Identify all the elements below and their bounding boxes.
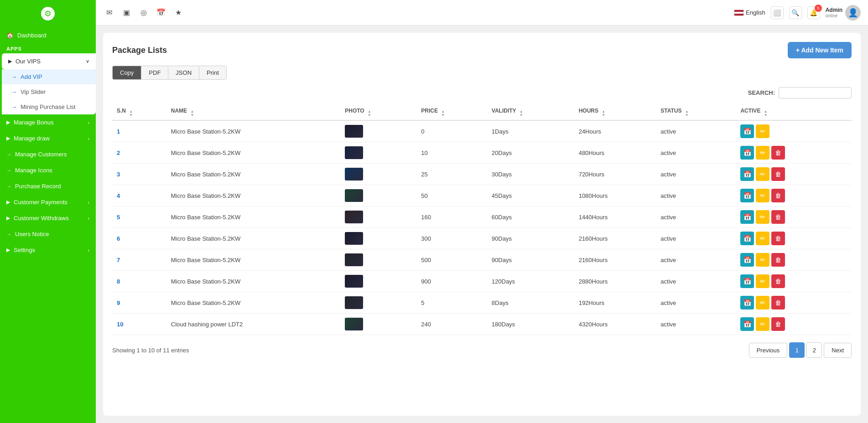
delete-action-button[interactable]: 🗑 <box>771 253 785 267</box>
delete-action-button[interactable]: 🗑 <box>771 210 785 224</box>
cell-status: active <box>656 292 736 314</box>
cell-photo <box>340 249 416 271</box>
user-info[interactable]: Admin online 👤 <box>826 5 861 21</box>
export-buttons: Copy PDF JSON Print <box>112 66 227 80</box>
edit-action-button[interactable]: ✏ <box>756 317 769 331</box>
mail-icon[interactable]: ✉ <box>103 7 115 19</box>
calendar-action-button[interactable]: 📅 <box>740 296 754 310</box>
cell-hours: 2160Hours <box>574 249 656 271</box>
calendar-action-button[interactable]: 📅 <box>740 124 754 138</box>
previous-button[interactable]: Previous <box>749 343 788 358</box>
add-new-button[interactable]: + Add New Item <box>788 42 852 58</box>
cell-hours: 720Hours <box>574 164 656 185</box>
sidebar-item-users-notice[interactable]: → Users Notice <box>0 226 96 242</box>
cell-sn: 3 <box>112 164 166 185</box>
sidebar-item-our-vips[interactable]: ▶ Our VIPS ∨ <box>2 53 96 69</box>
cell-sn: 7 <box>112 249 166 271</box>
grid-icon[interactable]: ▣ <box>120 7 132 19</box>
check-circle-icon[interactable]: ◎ <box>138 7 150 19</box>
delete-action-button[interactable]: 🗑 <box>771 232 785 245</box>
cell-hours: 192Hours <box>574 292 656 314</box>
star-icon[interactable]: ★ <box>172 7 184 19</box>
edit-action-button[interactable]: ✏ <box>756 253 769 267</box>
edit-action-button[interactable]: ✏ <box>756 296 769 310</box>
delete-action-button[interactable]: 🗑 <box>771 296 785 310</box>
cell-sn: 8 <box>112 271 166 292</box>
flag-icon <box>734 10 744 16</box>
cell-validity: 60Days <box>487 206 574 228</box>
sidebar-item-vip-slider[interactable]: → Vip Slider <box>2 84 96 99</box>
cell-active: 📅✏🗑 <box>736 164 852 185</box>
page-1[interactable]: 1 <box>789 342 805 358</box>
chevron-icon: ∨ <box>86 58 89 64</box>
topbar-right: English ⬜ 🔍 🔔 5 Admin online 👤 <box>734 5 861 21</box>
search-icon[interactable]: 🔍 <box>789 6 802 19</box>
col-active[interactable]: ACTIVE ▲▼ <box>736 103 852 120</box>
col-status[interactable]: STATUS ▲▼ <box>656 103 736 120</box>
edit-action-button[interactable]: ✏ <box>756 210 769 224</box>
calendar-action-button[interactable]: 📅 <box>740 253 754 267</box>
calendar-action-button[interactable]: 📅 <box>740 232 754 245</box>
page-header: Package Lists + Add New Item <box>112 42 852 58</box>
language-selector[interactable]: English <box>734 9 765 16</box>
sidebar-item-manage-customers[interactable]: → Manage Customers <box>0 146 96 162</box>
chevron-icon: › <box>88 248 89 253</box>
sidebar-item-settings[interactable]: ▶ Settings › <box>0 242 96 258</box>
print-button[interactable]: Print <box>199 66 226 79</box>
calendar-action-button[interactable]: 📅 <box>740 274 754 288</box>
user-role: online <box>826 13 842 18</box>
col-name[interactable]: NAME ▲▼ <box>166 103 341 120</box>
sidebar-item-purchase-record[interactable]: → Purchase Record <box>0 178 96 194</box>
col-photo[interactable]: PHOTO ▲▼ <box>340 103 416 120</box>
sidebar-item-mining-purchase[interactable]: → Mining Purchase List <box>2 99 96 114</box>
cell-hours: 2880Hours <box>574 271 656 292</box>
notification-bell[interactable]: 🔔 5 <box>807 6 820 19</box>
pdf-button[interactable]: PDF <box>141 66 168 79</box>
col-sn[interactable]: S.N ▲▼ <box>112 103 166 120</box>
cell-active: 📅✏🗑 <box>736 271 852 292</box>
page-2[interactable]: 2 <box>806 342 822 358</box>
search-input[interactable] <box>779 87 852 98</box>
calendar-action-button[interactable]: 📅 <box>740 210 754 224</box>
table-row: 6Micro Base Station-5.2KW30090Days2160Ho… <box>112 228 852 249</box>
cell-validity: 45Days <box>487 185 574 206</box>
col-validity[interactable]: VALIDITY ▲▼ <box>487 103 574 120</box>
sidebar-item-manage-icons[interactable]: → Manage Icons <box>0 162 96 178</box>
edit-action-button[interactable]: ✏ <box>756 146 769 160</box>
sidebar-item-dashboard[interactable]: 🏠 Dashboard <box>0 27 96 43</box>
delete-action-button[interactable]: 🗑 <box>771 167 785 181</box>
delete-action-button[interactable]: 🗑 <box>771 189 785 202</box>
cell-price: 500 <box>416 249 487 271</box>
sidebar-item-add-vip[interactable]: → Add VIP <box>2 69 96 84</box>
col-price[interactable]: PRICE ▲▼ <box>416 103 487 120</box>
cell-name: Micro Base Station-5.2KW <box>166 185 341 206</box>
calendar-action-button[interactable]: 📅 <box>740 167 754 181</box>
edit-action-button[interactable]: ✏ <box>756 232 769 245</box>
edit-action-button[interactable]: ✏ <box>756 124 769 138</box>
edit-action-button[interactable]: ✏ <box>756 274 769 288</box>
edit-action-button[interactable]: ✏ <box>756 189 769 202</box>
sidebar-item-manage-draw[interactable]: ▶ Manage draw › <box>0 130 96 146</box>
calendar-action-button[interactable]: 📅 <box>740 317 754 331</box>
cell-photo <box>340 228 416 249</box>
sidebar-item-customer-withdraws[interactable]: ▶ Customer Withdraws › <box>0 210 96 226</box>
sidebar-item-manage-bonus[interactable]: ▶ Manage Bonus › <box>0 114 96 130</box>
next-button[interactable]: Next <box>824 343 852 358</box>
screen-icon[interactable]: ⬜ <box>771 6 784 19</box>
delete-action-button[interactable]: 🗑 <box>771 146 785 160</box>
edit-action-button[interactable]: ✏ <box>756 167 769 181</box>
main-content: Package Lists + Add New Item Copy PDF JS… <box>96 26 868 423</box>
cell-photo <box>340 120 416 142</box>
delete-action-button[interactable]: 🗑 <box>771 274 785 288</box>
cell-photo <box>340 292 416 314</box>
calendar-icon[interactable]: 📅 <box>155 7 167 19</box>
sidebar-item-customer-payments[interactable]: ▶ Customer Payments › <box>0 194 96 210</box>
calendar-action-button[interactable]: 📅 <box>740 146 754 160</box>
cell-status: active <box>656 228 736 249</box>
calendar-action-button[interactable]: 📅 <box>740 189 754 202</box>
cell-active: 📅✏🗑 <box>736 185 852 206</box>
copy-button[interactable]: Copy <box>113 66 141 79</box>
delete-action-button[interactable]: 🗑 <box>771 317 785 331</box>
col-hours[interactable]: HOURS ▲▼ <box>574 103 656 120</box>
json-button[interactable]: JSON <box>168 66 199 79</box>
